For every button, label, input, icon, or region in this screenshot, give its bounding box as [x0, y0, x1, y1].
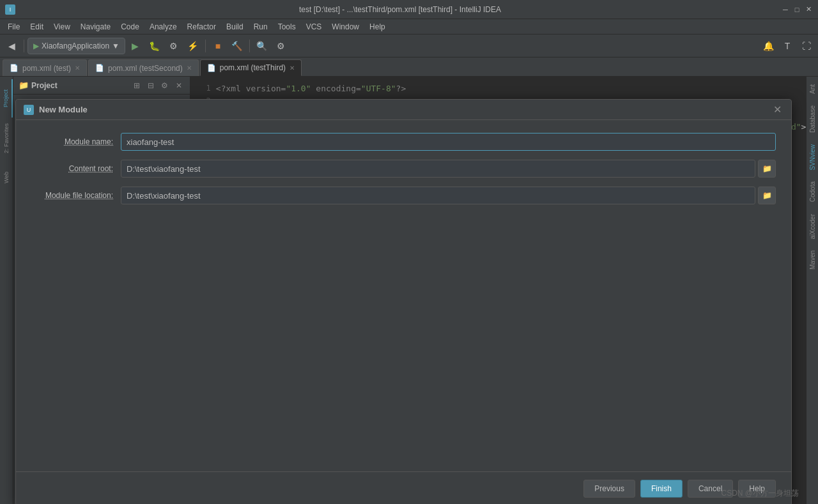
tab-label-2: pom.xml (testSecond): [108, 64, 183, 73]
watermark: CSDN @小方一身坦荡: [721, 488, 799, 499]
toolbar-sep-3: [249, 40, 250, 52]
tab-label-3: pom.xml (testThird): [220, 63, 286, 72]
tab-close-1[interactable]: ✕: [75, 65, 80, 72]
dialog-spacer: [31, 213, 776, 456]
sidebar-project-btn[interactable]: Project: [0, 79, 13, 118]
back-button[interactable]: ◀: [3, 37, 20, 55]
content-root-row: Content root: 📁: [31, 160, 776, 178]
project-toolbar-settings[interactable]: ⚙: [159, 80, 171, 91]
toolbar-sep-1: [24, 40, 24, 52]
close-button[interactable]: ✕: [804, 5, 813, 14]
right-database-btn[interactable]: Database: [808, 100, 817, 138]
debug-button[interactable]: 🐛: [146, 37, 164, 55]
run-config-name: XiaofangApplication: [42, 42, 109, 50]
tab-icon-2: 📄: [95, 64, 104, 72]
menu-refactor[interactable]: Refactor: [182, 19, 221, 34]
menu-bar: File Edit View Navigate Code Analyze Ref…: [0, 19, 818, 34]
expand-button[interactable]: ⛶: [798, 37, 815, 55]
run-button[interactable]: ▶: [127, 37, 144, 55]
module-name-wrap: [121, 133, 776, 151]
sidebar-favorites-btn[interactable]: 2: Favorites: [0, 119, 13, 157]
menu-file[interactable]: File: [3, 19, 25, 34]
content-root-input[interactable]: [121, 160, 755, 178]
project-header: 📁 Project ⊞ ⊟ ⚙ ✕: [13, 77, 190, 95]
module-file-input[interactable]: [121, 187, 755, 204]
right-ant-btn[interactable]: Ant: [808, 79, 817, 99]
window-title: test [D:\test] - ...\testThird/pom.xml […: [19, 5, 781, 14]
module-name-label: Module name:: [31, 137, 121, 146]
run-config-selector[interactable]: ▶ XiaofangApplication ▼: [27, 38, 125, 54]
menu-tools[interactable]: Tools: [273, 19, 301, 34]
code-line-1: 1 <?xml version="1.0" encoding="UTF-8"?>: [190, 82, 806, 95]
new-module-dialog: U New Module ✕ Module name: Content root…: [15, 99, 792, 504]
line-num-1: 1: [190, 84, 216, 93]
module-name-input[interactable]: [121, 133, 776, 151]
stop-button[interactable]: ■: [209, 37, 227, 55]
module-file-wrap: 📁: [121, 187, 776, 204]
previous-button[interactable]: Previous: [583, 480, 635, 498]
module-file-browse-button[interactable]: 📁: [758, 187, 776, 204]
tabs-bar: 📄 pom.xml (test) ✕ 📄 pom.xml (testSecond…: [0, 57, 818, 77]
module-name-row: Module name:: [31, 133, 776, 151]
run-config-icon: ▶: [33, 42, 39, 50]
menu-navigate[interactable]: Navigate: [75, 19, 116, 34]
translate-button[interactable]: T: [778, 37, 796, 55]
right-svnview-btn[interactable]: SVNview: [808, 139, 817, 176]
content-root-wrap: 📁: [121, 160, 776, 178]
left-sidebar-icons: Project 2: Favorites Web: [0, 77, 13, 504]
tab-pom-second[interactable]: 📄 pom.xml (testSecond) ✕: [88, 59, 199, 76]
dialog-icon: U: [24, 105, 34, 115]
settings-button[interactable]: ⚙: [272, 37, 290, 55]
coverage-button[interactable]: ⚙: [165, 37, 183, 55]
project-toolbar-collapse[interactable]: ⊟: [145, 80, 157, 91]
maximize-button[interactable]: □: [792, 5, 801, 14]
right-codota-btn[interactable]: Codota: [808, 176, 817, 207]
tab-close-3[interactable]: ✕: [289, 65, 295, 72]
finish-button[interactable]: Finish: [640, 480, 683, 498]
menu-analyze[interactable]: Analyze: [144, 19, 182, 34]
project-toolbar-close[interactable]: ✕: [173, 80, 185, 91]
dialog-close-button[interactable]: ✕: [771, 103, 783, 116]
toolbar: ◀ ▶ XiaofangApplication ▼ ▶ 🐛 ⚙ ⚡ ■ 🔨 🔍 …: [0, 34, 818, 57]
profiler-button[interactable]: ⚡: [184, 37, 202, 55]
notifications-button[interactable]: 🔔: [759, 37, 777, 55]
tab-icon-1: 📄: [10, 64, 19, 72]
menu-edit[interactable]: Edit: [25, 19, 49, 34]
dialog-body: Module name: Content root: 📁 Module file…: [16, 120, 791, 471]
right-maven-btn[interactable]: Maven: [808, 245, 817, 275]
tab-icon-3: 📄: [207, 64, 216, 72]
module-file-label: Module file location:: [31, 191, 121, 200]
line-content-1: <?xml version="1.0" encoding="UTF-8"?>: [216, 84, 406, 93]
toolbar-sep-2: [205, 40, 206, 52]
rebuild-button[interactable]: 🔨: [228, 37, 246, 55]
dialog-title: New Module: [39, 105, 771, 114]
dialog-footer: Previous Finish Cancel Help: [16, 471, 791, 504]
dialog-title-bar: U New Module ✕: [16, 100, 791, 120]
title-bar: I test [D:\test] - ...\testThird/pom.xml…: [0, 0, 818, 19]
run-config-chevron: ▼: [112, 42, 120, 50]
content-root-browse-button[interactable]: 📁: [758, 160, 776, 178]
project-title: Project: [31, 81, 58, 90]
menu-window[interactable]: Window: [327, 19, 364, 34]
right-sidebar-icons: Ant Database SVNview Codota aiXcoder Mav…: [806, 77, 818, 504]
menu-code[interactable]: Code: [116, 19, 144, 34]
window-controls: ─ □ ✕: [781, 5, 813, 14]
project-toolbar-expand[interactable]: ⊞: [131, 80, 143, 91]
app-icon: I: [5, 4, 15, 15]
menu-vcs[interactable]: VCS: [301, 19, 327, 34]
content-root-label: Content root:: [31, 164, 121, 173]
menu-help[interactable]: Help: [364, 19, 390, 34]
minimize-button[interactable]: ─: [781, 5, 790, 14]
tab-pom-third[interactable]: 📄 pom.xml (testThird) ✕: [200, 59, 302, 76]
tab-close-2[interactable]: ✕: [187, 65, 192, 72]
sidebar-web-btn[interactable]: Web: [0, 158, 13, 197]
search-everywhere-button[interactable]: 🔍: [253, 37, 271, 55]
module-file-row: Module file location: 📁: [31, 187, 776, 204]
tab-label-1: pom.xml (test): [22, 64, 71, 73]
tab-pom-test[interactable]: 📄 pom.xml (test) ✕: [3, 59, 87, 76]
menu-build[interactable]: Build: [221, 19, 249, 34]
right-aixcoder-btn[interactable]: aiXcoder: [808, 209, 817, 244]
menu-view[interactable]: View: [49, 19, 75, 34]
project-icon: 📁: [19, 80, 29, 90]
menu-run[interactable]: Run: [249, 19, 273, 34]
